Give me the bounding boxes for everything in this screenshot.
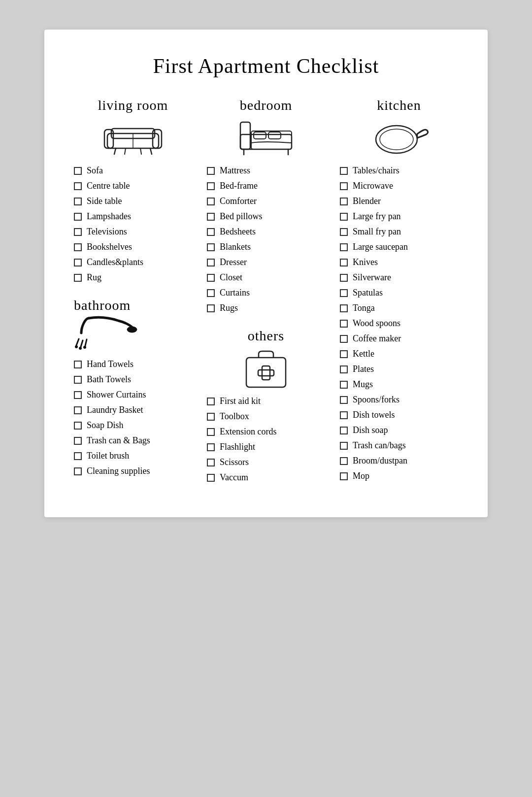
list-item[interactable]: Hand Towels xyxy=(74,359,192,369)
checkbox[interactable] xyxy=(207,413,215,421)
list-item[interactable]: Closet xyxy=(207,272,325,283)
checkbox[interactable] xyxy=(207,182,215,190)
list-item[interactable]: Shower Curtains xyxy=(74,390,192,400)
checkbox[interactable] xyxy=(74,361,82,368)
list-item[interactable]: Tonga xyxy=(340,303,458,313)
list-item[interactable]: Silverware xyxy=(340,272,458,283)
checkbox[interactable] xyxy=(207,459,215,466)
checkbox[interactable] xyxy=(340,167,348,175)
list-item[interactable]: Spoons/forks xyxy=(340,395,458,405)
list-item[interactable]: First aid kit xyxy=(207,396,325,406)
list-item[interactable]: Mugs xyxy=(340,379,458,390)
list-item[interactable]: Large saucepan xyxy=(340,242,458,252)
list-item[interactable]: Trash can & Bags xyxy=(74,435,192,446)
list-item[interactable]: Sofa xyxy=(74,166,192,176)
checkbox[interactable] xyxy=(74,274,82,282)
list-item[interactable]: Bath Towels xyxy=(74,374,192,385)
list-item[interactable]: Vaccum xyxy=(207,472,325,483)
list-item[interactable]: Mattress xyxy=(207,166,325,176)
checkbox[interactable] xyxy=(207,289,215,297)
list-item[interactable]: Broom/dustpan xyxy=(340,456,458,466)
list-item[interactable]: Tables/chairs xyxy=(340,166,458,176)
checkbox[interactable] xyxy=(340,335,348,343)
list-item[interactable]: Mop xyxy=(340,471,458,481)
checkbox[interactable] xyxy=(340,472,348,480)
list-item[interactable]: Lampshades xyxy=(74,211,192,222)
checkbox[interactable] xyxy=(74,376,82,384)
list-item[interactable]: Toilet brush xyxy=(74,451,192,461)
list-item[interactable]: Knives xyxy=(340,257,458,267)
checkbox[interactable] xyxy=(340,213,348,221)
list-item[interactable]: Bed-frame xyxy=(207,181,325,191)
checkbox[interactable] xyxy=(207,474,215,482)
checkbox[interactable] xyxy=(74,391,82,399)
checkbox[interactable] xyxy=(340,274,348,282)
checkbox[interactable] xyxy=(207,443,215,451)
list-item[interactable]: Large fry pan xyxy=(340,211,458,222)
list-item[interactable]: Dish soap xyxy=(340,425,458,435)
checkbox[interactable] xyxy=(74,437,82,445)
checkbox[interactable] xyxy=(74,406,82,414)
checkbox[interactable] xyxy=(74,452,82,460)
checkbox[interactable] xyxy=(74,422,82,430)
checkbox[interactable] xyxy=(207,213,215,221)
list-item[interactable]: Cleaning supplies xyxy=(74,466,192,476)
checkbox[interactable] xyxy=(207,398,215,405)
list-item[interactable]: Small fry pan xyxy=(340,227,458,237)
checkbox[interactable] xyxy=(340,228,348,236)
checkbox[interactable] xyxy=(340,243,348,251)
list-item[interactable]: Extension cords xyxy=(207,427,325,437)
checkbox[interactable] xyxy=(340,304,348,312)
checkbox[interactable] xyxy=(207,304,215,312)
list-item[interactable]: Plates xyxy=(340,364,458,374)
list-item[interactable]: Kettle xyxy=(340,349,458,359)
checkbox[interactable] xyxy=(340,427,348,434)
list-item[interactable]: Flashlight xyxy=(207,442,325,452)
list-item[interactable]: Blender xyxy=(340,196,458,206)
list-item[interactable]: Dish towels xyxy=(340,410,458,420)
checkbox[interactable] xyxy=(340,198,348,205)
checkbox[interactable] xyxy=(207,428,215,436)
list-item[interactable]: Televisions xyxy=(74,227,192,237)
list-item[interactable]: Trash can/bags xyxy=(340,440,458,451)
checkbox[interactable] xyxy=(207,274,215,282)
checkbox[interactable] xyxy=(207,243,215,251)
checkbox[interactable] xyxy=(74,213,82,221)
checkbox[interactable] xyxy=(340,396,348,404)
list-item[interactable]: Bed pillows xyxy=(207,211,325,222)
checkbox[interactable] xyxy=(340,182,348,190)
checkbox[interactable] xyxy=(74,182,82,190)
list-item[interactable]: Microwave xyxy=(340,181,458,191)
checkbox[interactable] xyxy=(74,198,82,205)
checkbox[interactable] xyxy=(340,320,348,328)
list-item[interactable]: Candles&plants xyxy=(74,257,192,267)
list-item[interactable]: Wood spoons xyxy=(340,318,458,329)
checkbox[interactable] xyxy=(74,259,82,266)
checkbox[interactable] xyxy=(74,167,82,175)
list-item[interactable]: Blankets xyxy=(207,242,325,252)
list-item[interactable]: Curtains xyxy=(207,288,325,298)
list-item[interactable]: Coffee maker xyxy=(340,333,458,344)
checkbox[interactable] xyxy=(340,350,348,358)
checkbox[interactable] xyxy=(74,243,82,251)
list-item[interactable]: Bookshelves xyxy=(74,242,192,252)
list-item[interactable]: Rug xyxy=(74,272,192,283)
checkbox[interactable] xyxy=(340,442,348,450)
checkbox[interactable] xyxy=(340,457,348,465)
checkbox[interactable] xyxy=(340,289,348,297)
list-item[interactable]: Soap Dish xyxy=(74,420,192,431)
checkbox[interactable] xyxy=(207,228,215,236)
list-item[interactable]: Scissors xyxy=(207,457,325,467)
list-item[interactable]: Side table xyxy=(74,196,192,206)
list-item[interactable]: Spatulas xyxy=(340,288,458,298)
list-item[interactable]: Comforter xyxy=(207,196,325,206)
checkbox[interactable] xyxy=(340,365,348,373)
list-item[interactable]: Rugs xyxy=(207,303,325,313)
checkbox[interactable] xyxy=(340,259,348,266)
checkbox[interactable] xyxy=(207,167,215,175)
list-item[interactable]: Toolbox xyxy=(207,411,325,422)
checkbox[interactable] xyxy=(207,259,215,266)
checkbox[interactable] xyxy=(340,381,348,389)
list-item[interactable]: Laundry Basket xyxy=(74,405,192,415)
checkbox[interactable] xyxy=(74,228,82,236)
